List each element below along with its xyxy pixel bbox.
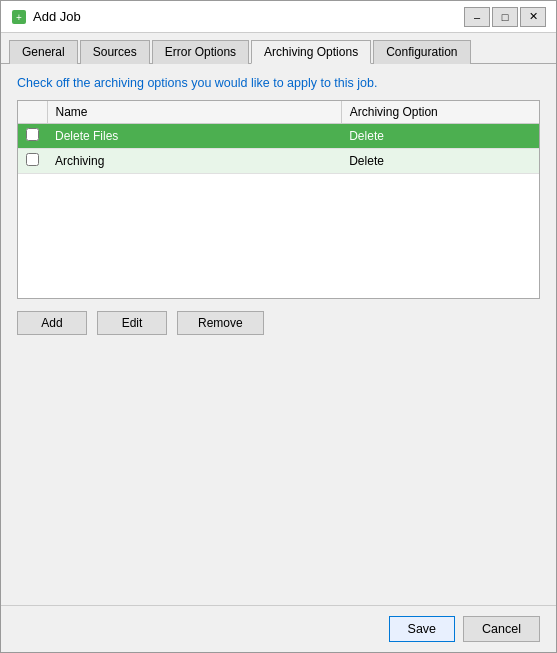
col-header-name: Name — [47, 101, 341, 124]
row-option: Delete — [341, 124, 539, 149]
row-checkbox[interactable] — [26, 128, 39, 141]
tabs-bar: General Sources Error Options Archiving … — [1, 33, 556, 64]
footer: Save Cancel — [1, 605, 556, 652]
maximize-button[interactable]: □ — [492, 7, 518, 27]
row-name: Delete Files — [47, 124, 341, 149]
row-checkbox-cell — [18, 149, 47, 174]
window: + Add Job – □ ✕ General Sources Error Op… — [0, 0, 557, 653]
svg-text:+: + — [16, 12, 22, 23]
tab-configuration[interactable]: Configuration — [373, 40, 470, 64]
cancel-button[interactable]: Cancel — [463, 616, 540, 642]
title-bar-left: + Add Job — [11, 9, 81, 25]
table-container: Name Archiving Option Delete FilesDelete… — [17, 100, 540, 299]
save-button[interactable]: Save — [389, 616, 456, 642]
minimize-button[interactable]: – — [464, 7, 490, 27]
tab-archiving-options[interactable]: Archiving Options — [251, 40, 371, 64]
row-name: Archiving — [47, 149, 341, 174]
row-option: Delete — [341, 149, 539, 174]
table-row[interactable]: Delete FilesDelete — [18, 124, 539, 149]
archiving-options-table: Name Archiving Option Delete FilesDelete… — [18, 101, 539, 174]
edit-button[interactable]: Edit — [97, 311, 167, 335]
main-content: Check off the archiving options you woul… — [1, 64, 556, 347]
add-button[interactable]: Add — [17, 311, 87, 335]
window-icon: + — [11, 9, 27, 25]
row-checkbox[interactable] — [26, 153, 39, 166]
table-header-row: Name Archiving Option — [18, 101, 539, 124]
row-checkbox-cell — [18, 124, 47, 149]
instruction-text: Check off the archiving options you woul… — [17, 76, 540, 90]
title-bar: + Add Job – □ ✕ — [1, 1, 556, 33]
remove-button[interactable]: Remove — [177, 311, 264, 335]
title-bar-controls: – □ ✕ — [464, 7, 546, 27]
tab-sources[interactable]: Sources — [80, 40, 150, 64]
close-button[interactable]: ✕ — [520, 7, 546, 27]
col-header-checkbox — [18, 101, 47, 124]
action-buttons: Add Edit Remove — [17, 299, 540, 335]
col-header-option: Archiving Option — [341, 101, 539, 124]
tab-general[interactable]: General — [9, 40, 78, 64]
tab-error-options[interactable]: Error Options — [152, 40, 249, 64]
window-title: Add Job — [33, 9, 81, 24]
table-row[interactable]: ArchivingDelete — [18, 149, 539, 174]
